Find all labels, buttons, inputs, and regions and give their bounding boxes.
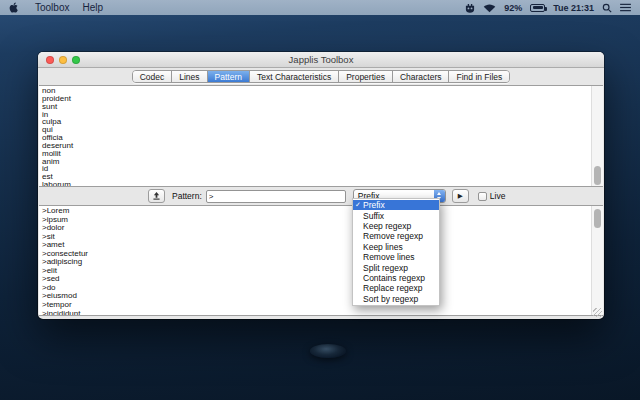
input-text-line: anim bbox=[42, 158, 603, 166]
action-dropdown-item-label: Prefix bbox=[363, 200, 385, 210]
action-dropdown-item[interactable]: ✓ Contains regexp bbox=[353, 273, 439, 283]
tab[interactable]: Find in Files bbox=[449, 71, 509, 82]
action-dropdown-item-label: Suffix bbox=[363, 211, 384, 221]
tab[interactable]: Characters bbox=[393, 71, 450, 82]
battery-icon[interactable] bbox=[530, 4, 545, 12]
output-text-area[interactable]: >Lorem>ipsum>dolor>sit>amet>consectetur>… bbox=[39, 205, 603, 316]
input-text-lines: nonproidentsuntinculpaquiofficiadeserunt… bbox=[39, 86, 603, 187]
japplis-toolbox-window: Japplis Toolbox CodecLinesPatternText Ch… bbox=[38, 52, 604, 319]
input-scrollbar-track bbox=[591, 86, 603, 186]
pattern-label: Pattern: bbox=[172, 191, 202, 201]
output-text-line: >incididunt bbox=[42, 310, 603, 316]
input-text-line: id bbox=[42, 165, 603, 173]
live-checkbox-label: Live bbox=[490, 191, 506, 201]
copy-result-to-input-button[interactable] bbox=[148, 189, 165, 203]
action-dropdown-item[interactable]: ✓ Remove lines bbox=[353, 252, 439, 262]
wifi-icon[interactable] bbox=[483, 3, 496, 13]
action-dropdown-item[interactable]: ✓ Sort by regexp bbox=[353, 294, 439, 304]
pattern-toolbar: Pattern: Prefix ▶ Live bbox=[38, 187, 604, 205]
tab[interactable]: Lines bbox=[172, 71, 207, 82]
output-text-line: >tempor bbox=[42, 301, 603, 310]
traffic-lights bbox=[46, 56, 80, 64]
input-text-line: mollit bbox=[42, 150, 603, 158]
input-text-line: qui bbox=[42, 126, 603, 134]
desktop-background: ToolboxHelp 92% Tue 21:31 bbox=[0, 0, 640, 400]
action-dropdown-item[interactable]: ✓ Suffix bbox=[353, 210, 439, 220]
output-scrollbar-track bbox=[591, 206, 603, 315]
menu-bar-menus: ToolboxHelp bbox=[22, 2, 103, 13]
zoom-button[interactable] bbox=[72, 56, 80, 64]
action-dropdown-item-label: Split regexp bbox=[363, 263, 408, 273]
window-title: Japplis Toolbox bbox=[38, 54, 604, 65]
action-dropdown-item[interactable]: ✓ Split regexp bbox=[353, 262, 439, 272]
action-dropdown-item-label: Replace regexp bbox=[363, 283, 423, 293]
tab-bar: CodecLinesPatternText CharacteristicsPro… bbox=[38, 68, 604, 85]
input-text-area[interactable]: nonproidentsuntinculpaquiofficiadeserunt… bbox=[39, 85, 603, 187]
input-text-line: est bbox=[42, 173, 603, 181]
wallpaper-rock-island bbox=[310, 344, 346, 358]
menu-bar-status-area: 92% Tue 21:31 bbox=[465, 3, 631, 13]
action-dropdown-item[interactable]: ✓ Prefix bbox=[353, 200, 439, 210]
action-dropdown-item[interactable]: ✓ Keep regexp bbox=[353, 221, 439, 231]
input-text-line: in bbox=[42, 111, 603, 119]
tab-segmented-control: CodecLinesPatternText CharacteristicsPro… bbox=[132, 70, 511, 83]
status-app-icon[interactable] bbox=[465, 3, 475, 13]
tab[interactable]: Text Characteristics bbox=[250, 71, 339, 82]
action-dropdown-item[interactable]: ✓ Remove regexp bbox=[353, 231, 439, 241]
input-text-line: sunt bbox=[42, 103, 603, 111]
output-text-line: >Lorem bbox=[42, 207, 603, 216]
output-text-line: >dolor bbox=[42, 224, 603, 233]
action-dropdown-menu: ✓ Prefix ✓ Suffix ✓ Keep regexp ✓ Remove… bbox=[352, 198, 440, 306]
spotlight-search-icon[interactable] bbox=[602, 3, 612, 13]
output-text-line: >amet bbox=[42, 241, 603, 250]
output-text-line: >ipsum bbox=[42, 216, 603, 225]
output-text-lines: >Lorem>ipsum>dolor>sit>amet>consectetur>… bbox=[39, 206, 603, 316]
pattern-input[interactable] bbox=[206, 190, 346, 203]
close-button[interactable] bbox=[46, 56, 54, 64]
menu-bar-clock[interactable]: Tue 21:31 bbox=[553, 3, 594, 13]
stepper-up-icon bbox=[437, 192, 441, 195]
tab[interactable]: Properties bbox=[339, 71, 393, 82]
input-scrollbar-thumb[interactable] bbox=[594, 166, 601, 185]
action-dropdown-item-label: Remove regexp bbox=[363, 231, 423, 241]
output-text-line: >consectetur bbox=[42, 250, 603, 259]
live-option: Live bbox=[478, 191, 506, 201]
minimize-button[interactable] bbox=[59, 56, 67, 64]
input-text-line: deserunt bbox=[42, 142, 603, 150]
tab[interactable]: Pattern bbox=[208, 71, 250, 82]
output-text-line: >sed bbox=[42, 275, 603, 284]
action-dropdown-item-label: Sort by regexp bbox=[363, 294, 418, 304]
action-dropdown-item[interactable]: ✓ Keep lines bbox=[353, 242, 439, 252]
input-text-line: proident bbox=[42, 95, 603, 103]
battery-percent: 92% bbox=[504, 3, 522, 13]
action-dropdown-item-label: Remove lines bbox=[363, 252, 415, 262]
menu-bar-menu[interactable]: Toolbox bbox=[35, 2, 69, 13]
window-title-bar[interactable]: Japplis Toolbox bbox=[38, 52, 604, 68]
notification-center-icon[interactable] bbox=[620, 3, 631, 12]
action-dropdown-item-label: Keep lines bbox=[363, 242, 403, 252]
action-dropdown-item[interactable]: ✓ Replace regexp bbox=[353, 283, 439, 293]
action-dropdown-item-label: Keep regexp bbox=[363, 221, 411, 231]
menu-bar-menu[interactable]: Help bbox=[82, 2, 103, 13]
run-button[interactable]: ▶ bbox=[452, 189, 469, 203]
output-text-line: >elit bbox=[42, 267, 603, 276]
menu-bar: ToolboxHelp 92% Tue 21:31 bbox=[0, 0, 640, 15]
live-checkbox[interactable] bbox=[478, 192, 487, 201]
output-text-line: >adipiscing bbox=[42, 258, 603, 267]
input-text-line: officia bbox=[42, 134, 603, 142]
output-text-line: >do bbox=[42, 284, 603, 293]
output-scrollbar-thumb[interactable] bbox=[594, 209, 601, 228]
output-text-line: >eiusmod bbox=[42, 292, 603, 301]
output-text-line: >sit bbox=[42, 233, 603, 242]
window-resize-grip[interactable] bbox=[593, 308, 602, 317]
check-icon: ✓ bbox=[353, 201, 363, 209]
apple-menu-icon[interactable] bbox=[9, 2, 18, 13]
tab[interactable]: Codec bbox=[133, 71, 173, 82]
action-dropdown-item-label: Contains regexp bbox=[363, 273, 425, 283]
input-text-line: culpa bbox=[42, 118, 603, 126]
input-text-line: non bbox=[42, 87, 603, 95]
arrow-up-bar-icon bbox=[153, 192, 160, 200]
